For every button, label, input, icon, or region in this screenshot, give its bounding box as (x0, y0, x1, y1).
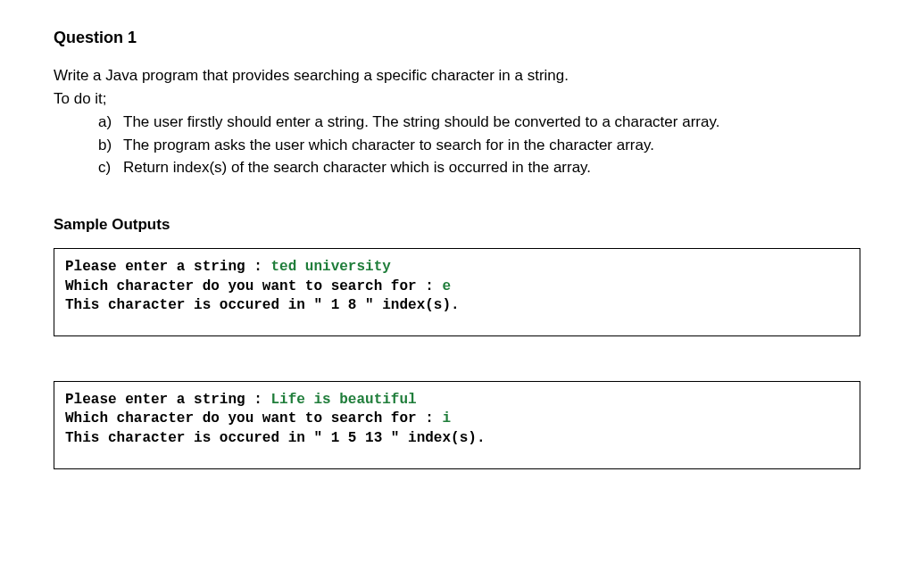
prompt-text: Please enter a string : (65, 259, 270, 275)
list-marker-b: b) (98, 135, 123, 156)
output-line: Please enter a string : ted university (65, 258, 849, 277)
output-line: This character is occured in " 1 8 " ind… (65, 296, 849, 316)
output-line: Please enter a string : Life is beautifu… (65, 391, 849, 410)
user-input: Life is beautiful (270, 392, 416, 408)
instruction-list: a) The user firstly should enter a strin… (54, 112, 860, 178)
list-marker-a: a) (98, 112, 123, 133)
list-item: b) The program asks the user which chara… (98, 135, 860, 156)
user-input: i (442, 410, 451, 427)
intro-text: Write a Java program that provides searc… (54, 65, 860, 87)
output-line: This character is occured in " 1 5 13 " … (65, 429, 849, 449)
output-box-1: Please enter a string : ted university W… (54, 248, 860, 336)
prompt-text: Please enter a string : (65, 392, 270, 408)
list-text-a: The user firstly should enter a string. … (123, 112, 719, 133)
output-line: Which character do you want to search fo… (65, 410, 849, 429)
user-input: e (442, 278, 451, 294)
list-item: a) The user firstly should enter a strin… (98, 112, 860, 133)
list-text-c: Return index(s) of the search character … (123, 157, 591, 178)
prompt-text: Which character do you want to search fo… (65, 278, 442, 294)
list-marker-c: c) (98, 157, 123, 178)
question-title: Question 1 (54, 27, 860, 49)
output-line: Which character do you want to search fo… (65, 277, 849, 297)
prompt-text: Which character do you want to search fo… (65, 410, 442, 427)
list-text-b: The program asks the user which characte… (123, 135, 654, 156)
list-item: c) Return index(s) of the search charact… (98, 157, 860, 178)
user-input: ted university (270, 259, 390, 275)
output-box-2: Please enter a string : Life is beautifu… (54, 381, 860, 469)
todo-label: To do it; (54, 88, 860, 110)
sample-outputs-title: Sample Outputs (54, 214, 860, 236)
